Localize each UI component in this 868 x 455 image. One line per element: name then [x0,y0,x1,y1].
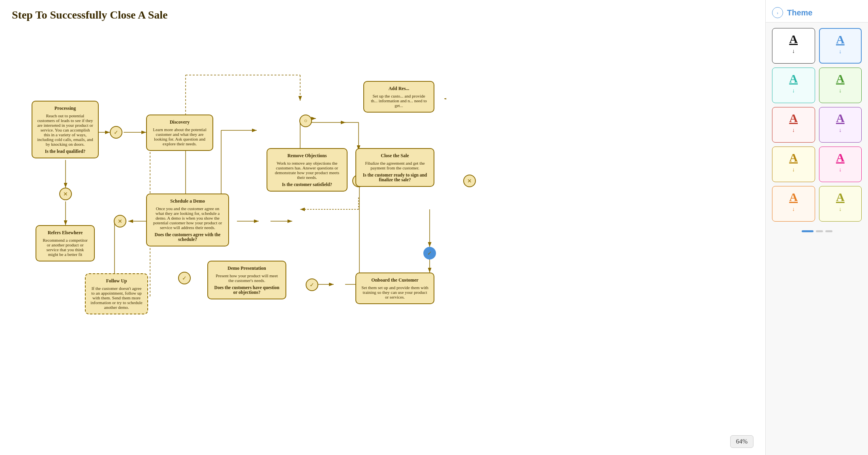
zoom-indicator: 64% [730,435,753,448]
dot-1[interactable] [802,230,814,232]
node-follow-up-title: Follow Up [90,278,143,284]
theme-letter-lime: A [836,191,845,203]
theme-card-blue[interactable]: A ↓ [819,28,862,64]
connector-schedule-yes: ✓ [178,272,191,284]
theme-card-lime[interactable]: A ↓ [819,186,862,222]
theme-card-pink[interactable]: A ↓ [819,147,862,182]
connector-close-yes: ✓ [423,247,436,259]
dot-3[interactable] [825,230,832,232]
theme-letter-blue: A [836,34,845,45]
node-refers-elsewhere[interactable]: Refers Elsewhere Recommend a competitor … [36,225,95,261]
connector-processing-yes: ✓ [110,126,122,139]
main-canvas: Step To Successfully Close A Sale [0,0,765,455]
node-remove-body: Work to remove any objections the custom… [272,161,342,180]
theme-arrow-lime: ↓ [839,206,842,212]
panel-title: Theme [787,8,812,17]
node-refers-title: Refers Elsewhere [41,230,89,236]
node-close-body: Fibalize the agreement and get the payme… [361,161,429,170]
flowchart: Processing Reach out to potential custom… [12,28,446,367]
node-demo-presentation[interactable]: Demo Presentation Present how your produ… [207,261,286,299]
node-add-res-title: Add Res... [369,86,429,92]
right-panel: › Theme A ↓ A ↓ A ↓ A ↓ A ↓ A [765,0,868,455]
theme-card-black[interactable]: A ↓ [772,28,815,64]
node-processing-body: Reach out to potential customers of lead… [37,113,93,147]
collapse-button[interactable]: › [772,7,783,18]
node-schedule-question: Does the customers agree with the schedu… [152,232,224,242]
theme-arrow-black: ↓ [792,48,795,55]
theme-letter-red: A [789,112,798,124]
node-follow-up[interactable]: Follow Up If the customer doesn't agree … [85,273,148,314]
theme-letter-pink: A [836,152,845,164]
node-demo-question: Does the customers have question or obje… [213,285,281,295]
theme-letter-green: A [836,73,845,85]
theme-letter-teal: A [789,73,798,85]
theme-card-yellow[interactable]: A ↓ [772,147,815,182]
connector-processing-no: ✕ [59,188,72,200]
connector-demo-yes: ✓ [306,278,318,291]
node-discovery-body: Learn more about the potential customer … [152,127,208,146]
node-processing[interactable]: Processing Reach out to potential custom… [32,101,99,158]
theme-arrow-blue: ↓ [839,49,842,55]
node-schedule-title: Schedule a Demo [152,198,224,204]
dot-2[interactable] [816,230,823,232]
theme-arrow-orange: ↓ [792,206,795,212]
panel-pagination [766,227,868,232]
node-close-title: Close the Sale [361,153,429,159]
node-refers-body: Recommend a competitor or another produc… [41,238,89,257]
theme-card-orange[interactable]: A ↓ [772,186,815,222]
node-processing-title: Processing [37,105,93,111]
theme-card-teal[interactable]: A ↓ [772,68,815,103]
node-processing-question: Is the lead qualified? [37,149,93,154]
node-close-sale[interactable]: Close the Sale Fibalize the agreement an… [355,148,434,187]
connector-remove-yes-top: ○ [299,115,312,127]
node-discovery[interactable]: Discovery Learn more about the potential… [146,115,213,151]
node-schedule-demo[interactable]: Schedule a Demo Once you and the custome… [146,194,229,246]
node-demo-title: Demo Presentation [213,265,281,271]
node-schedule-body: Once you and the customer agree on what … [152,206,224,230]
theme-arrow-green: ↓ [839,88,842,94]
chevron-left-icon: › [777,9,778,16]
theme-card-red[interactable]: A ↓ [772,107,815,143]
node-remove-title: Remove Objections [272,153,342,159]
page-title: Step To Successfully Close A Sale [12,9,167,21]
theme-card-green[interactable]: A ↓ [819,68,862,103]
theme-letter-purple: A [836,112,845,124]
theme-arrow-pink: ↓ [839,167,842,173]
node-onboard[interactable]: Onboard the Customer Set them set up and… [355,273,434,304]
node-onboard-body: Set them set up and provide them with tr… [361,285,429,299]
theme-letter-yellow: A [789,152,798,164]
theme-arrow-red: ↓ [792,127,795,133]
theme-letter-black: A [789,33,798,45]
connector-schedule-no: ✕ [114,215,126,228]
node-add-res[interactable]: Add Res... Set up the custo... and provi… [363,81,434,113]
node-remove-objections[interactable]: Remove Objections Work to remove any obj… [267,148,348,192]
theme-arrow-teal: ↓ [792,88,795,94]
node-remove-question: Is the customer satisfield? [272,182,342,187]
node-close-question: Is the customer ready to sign and finali… [361,173,429,182]
node-add-res-body: Set up the custo... and provide th... in… [369,94,429,108]
node-demo-body: Present how your product will meet the c… [213,273,281,283]
theme-arrow-purple: ↓ [839,127,842,133]
connector-close-no: ✕ [463,175,476,187]
node-discovery-title: Discovery [152,119,208,125]
theme-arrow-yellow: ↓ [792,167,795,173]
node-onboard-title: Onboard the Customer [361,277,429,283]
theme-card-purple[interactable]: A ↓ [819,107,862,143]
theme-letter-orange: A [789,191,798,203]
themes-grid: A ↓ A ↓ A ↓ A ↓ A ↓ A ↓ A ↓ [766,23,868,227]
node-follow-up-body: If the customer doesn't agree to an appo… [90,286,143,310]
panel-header: › Theme [766,0,868,23]
